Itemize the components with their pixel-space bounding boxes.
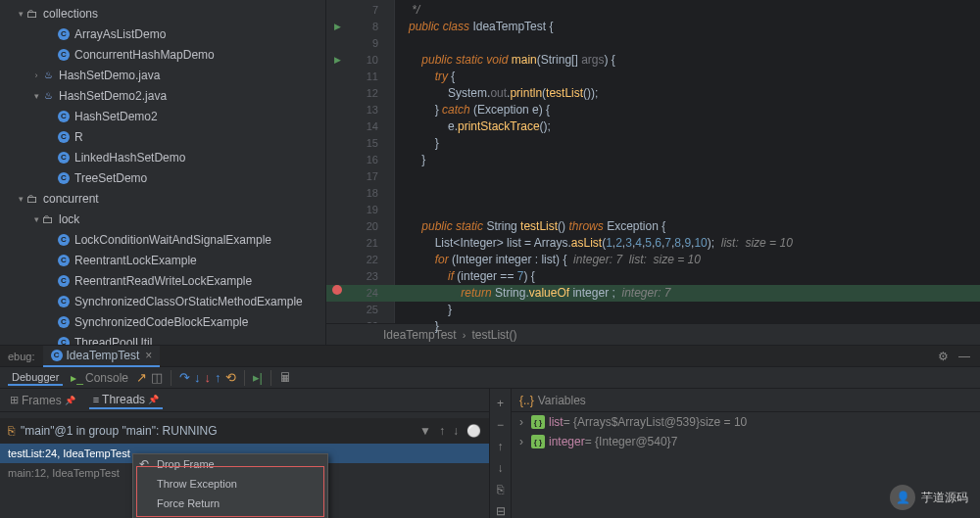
open-external-icon[interactable]: ↗ — [136, 370, 147, 385]
tab-console[interactable]: ▸_Console — [67, 369, 132, 387]
context-menu-item[interactable]: Throw Exception — [133, 474, 327, 494]
step-into-icon[interactable]: ↓ — [194, 370, 201, 385]
tree-item[interactable]: CTreeSetDemo — [0, 167, 325, 188]
code-line[interactable]: 17 — [395, 168, 980, 185]
code-line[interactable]: 15 } — [395, 135, 980, 152]
thread-selector[interactable]: ⎘ "main"@1 in group "main": RUNNING ▼ ↑ … — [0, 418, 489, 444]
context-menu-item[interactable]: Force Return — [133, 494, 327, 513]
step-over-icon[interactable]: ↷ — [179, 370, 190, 385]
context-menu-item[interactable]: ↶Drop Frame — [133, 454, 327, 474]
tree-item[interactable]: CSynchronizedClassOrStaticMethodExample — [0, 291, 325, 311]
tree-item-label: ArrayAsListDemo — [74, 27, 166, 41]
tree-item[interactable]: ▾🗀collections — [0, 3, 325, 24]
chevron-icon[interactable]: ▾ — [16, 194, 25, 204]
var-badge-icon: { } — [531, 415, 545, 429]
minus-icon[interactable]: — — [958, 350, 970, 363]
chevron-icon[interactable]: ▾ — [16, 9, 25, 19]
copy-icon[interactable]: ⎘ — [497, 483, 504, 496]
evaluate-icon[interactable]: 🖩 — [279, 370, 292, 385]
line-number: 18 — [351, 185, 378, 202]
code-line[interactable]: 7 */ — [395, 2, 980, 19]
gear-icon[interactable]: ⚙ — [938, 350, 949, 363]
line-number: 15 — [351, 135, 378, 152]
tree-item-label: lock — [59, 212, 79, 226]
tree-item[interactable]: CR — [0, 126, 325, 147]
code-line[interactable]: 13 } catch (Exception e) { — [395, 102, 980, 118]
code-line[interactable]: 18 — [395, 185, 980, 202]
code-line[interactable]: 16 } — [395, 152, 980, 168]
line-number: 23 — [351, 268, 378, 285]
pin-icon[interactable]: 📌 — [148, 395, 159, 404]
chevron-down-icon[interactable]: ▼ — [419, 424, 431, 438]
tree-item[interactable]: CReentrantLockExample — [0, 250, 325, 270]
watermark-text: 芋道源码 — [921, 490, 968, 506]
code-line[interactable]: 9 — [395, 35, 980, 52]
code-editor[interactable]: 7 */▶8public class IdeaTempTest {9▶10 pu… — [326, 0, 980, 345]
run-icon[interactable]: ▶ — [334, 19, 341, 35]
toggle-icon[interactable]: ⊟ — [496, 504, 506, 518]
code-line[interactable]: 23 if (integer == 7) { — [395, 268, 980, 285]
tree-item[interactable]: ▾♨HashSetDemo2.java — [0, 85, 325, 106]
down-icon[interactable]: ↓ — [453, 424, 459, 438]
code-line[interactable]: 12 System.out.println(testList()); — [395, 85, 980, 102]
code-line[interactable]: 24 return String.valueOf integer ; integ… — [395, 285, 980, 302]
add-icon[interactable]: + — [497, 397, 504, 410]
tree-item[interactable]: CLockConditionWaitAndSignalExample — [0, 229, 325, 250]
tree-item[interactable]: ▾🗀lock — [0, 209, 325, 229]
step-out-icon[interactable]: ↑ — [215, 370, 221, 385]
tree-item[interactable]: ›♨HashSetDemo.java — [0, 65, 325, 85]
chevron-right-icon[interactable]: › — [519, 415, 531, 429]
variable-row[interactable]: ›{ }list = {Arrays$ArrayList@539} size =… — [512, 412, 980, 432]
line-number: 11 — [351, 69, 378, 85]
tree-item[interactable]: CThreadPoolUtil — [0, 332, 325, 345]
context-menu-item[interactable]: ⎘Copy Stack — [133, 513, 327, 518]
chevron-icon[interactable]: ▾ — [31, 214, 41, 224]
variable-row[interactable]: ›{ }integer = {Integer@540} 7 — [512, 432, 980, 451]
code-line[interactable]: 20 public static String testList() throw… — [395, 218, 980, 235]
run-icon[interactable]: ▶ — [334, 52, 341, 69]
code-line[interactable]: 19 — [395, 202, 980, 218]
breadcrumb-method[interactable]: testList() — [471, 328, 516, 342]
force-step-into-icon[interactable]: ↓ — [205, 370, 212, 385]
code-line[interactable]: ▶8public class IdeaTempTest { — [395, 19, 980, 35]
line-number: 21 — [351, 235, 378, 252]
tree-item[interactable]: ▾🗀concurrent — [0, 188, 325, 209]
project-tree[interactable]: ▾🗀collectionsCArrayAsListDemoCConcurrent… — [0, 0, 326, 345]
line-number: 16 — [351, 152, 378, 168]
tree-item[interactable]: CHashSetDemo2 — [0, 106, 325, 126]
class-icon: C — [57, 27, 71, 41]
watermark: 👤 芋道源码 — [890, 485, 968, 510]
tree-item[interactable]: CLinkedHashSetDemo — [0, 147, 325, 167]
class-icon: C — [57, 295, 71, 308]
pin-icon[interactable]: 📌 — [65, 396, 75, 405]
tab-debugger[interactable]: Debugger — [8, 369, 63, 386]
tab-frames[interactable]: ⊞ Frames 📌 — [6, 392, 79, 409]
remove-icon[interactable]: − — [497, 418, 504, 432]
filter-icon[interactable]: ⚪ — [466, 424, 481, 438]
code-line[interactable]: 22 for (Integer integer : list) { intege… — [395, 252, 980, 268]
up-icon[interactable]: ↑ — [498, 440, 504, 453]
tree-item[interactable]: CArrayAsListDemo — [0, 24, 325, 44]
chevron-icon[interactable]: › — [31, 71, 41, 80]
tree-item[interactable]: CReentrantReadWriteLockExample — [0, 270, 325, 291]
close-icon[interactable]: × — [145, 349, 152, 362]
line-number: 7 — [351, 2, 378, 19]
code-line[interactable]: 25 } — [395, 302, 980, 318]
tree-item[interactable]: CConcurrentHashMapDemo — [0, 44, 325, 65]
drop-frame-icon[interactable]: ⟲ — [225, 370, 236, 385]
chevron-icon[interactable]: ▾ — [31, 91, 41, 101]
run-to-cursor-icon[interactable]: ▸| — [253, 370, 263, 385]
debug-label: ebug: — [0, 351, 43, 362]
code-line[interactable]: ▶10 public static void main(String[] arg… — [395, 52, 980, 69]
down-icon[interactable]: ↓ — [498, 461, 504, 475]
chevron-right-icon[interactable]: › — [519, 435, 531, 448]
tree-item[interactable]: CSynchronizedCodeBlockExample — [0, 311, 325, 332]
layout-icon[interactable]: ◫ — [151, 370, 163, 385]
tab-threads[interactable]: ≡ Threads 📌 — [89, 391, 163, 409]
code-line[interactable]: 14 e.printStackTrace(); — [395, 118, 980, 135]
code-line[interactable]: 11 try { — [395, 69, 980, 85]
breakpoint-icon[interactable] — [332, 285, 342, 295]
code-line[interactable]: 21 List<Integer> list = Arrays.asList(1,… — [395, 235, 980, 252]
up-icon[interactable]: ↑ — [439, 424, 445, 438]
debug-file-tab[interactable]: C IdeaTempTest × — [43, 346, 161, 367]
